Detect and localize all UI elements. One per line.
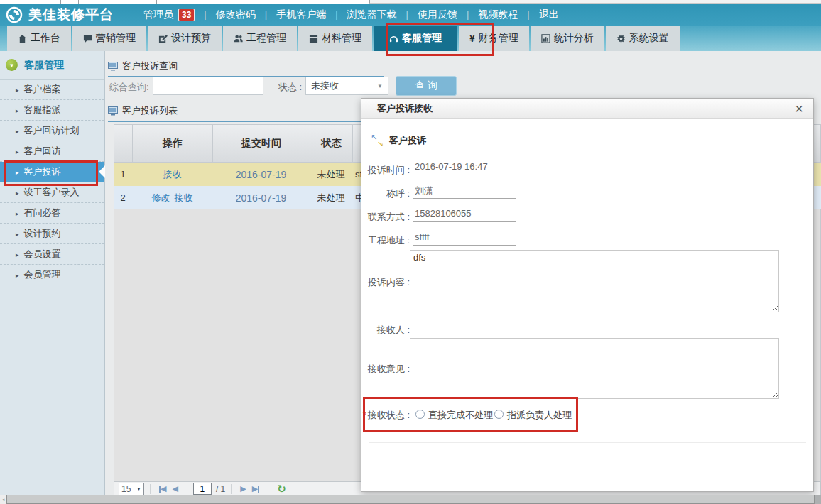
receive-link[interactable]: 接收: [163, 168, 182, 181]
scroll-left-icon[interactable]: ◂: [0, 495, 6, 504]
sidebar-item-label: 设计预约: [24, 228, 61, 239]
customer-name-value: 刘潇: [413, 185, 516, 199]
sidebar-item-label: 客户回访计划: [24, 125, 80, 136]
sidebar-item-label: 客户投诉: [24, 166, 61, 177]
customer-name-label: 称呼 :: [364, 187, 410, 200]
submit-time-cell: 2016-07-19: [212, 163, 310, 186]
tab-label: 设计预算: [171, 32, 211, 45]
receive-opinion-textarea[interactable]: [410, 338, 779, 399]
bullet-icon: ▸: [16, 169, 19, 176]
page-size-value: 15: [121, 484, 131, 494]
page-number-input[interactable]: [193, 483, 212, 495]
divider: [150, 484, 151, 494]
radio-complete-no-handle[interactable]: [415, 410, 425, 419]
status-select[interactable]: 未接收 ▼: [305, 77, 388, 95]
user-name[interactable]: 管理员: [143, 9, 173, 21]
next-page-button[interactable]: ▶: [240, 484, 246, 493]
divider: |: [527, 9, 529, 20]
column-header-actions: 操作: [133, 125, 213, 162]
status-label: 状态 :: [278, 81, 302, 94]
column-header-submit-time: 提交时间: [213, 125, 310, 162]
bullet-icon: ▸: [16, 210, 19, 217]
contact-label: 联系方式 :: [364, 211, 410, 224]
sidebar-item-member-settings[interactable]: ▸会员设置: [0, 244, 104, 265]
radio-label-complete[interactable]: 直接完成不处理: [428, 409, 493, 422]
tab-design-budget[interactable]: 设计预算: [148, 26, 222, 51]
grid-icon: [309, 34, 318, 43]
dialog-title: 客户投诉接收: [377, 102, 433, 115]
topbar-link-feedback[interactable]: 使用反馈: [418, 9, 457, 21]
search-label: 综合查询:: [109, 81, 149, 94]
tab-label: 系统设置: [629, 32, 669, 45]
dialog-header[interactable]: 客户投诉接收 ×: [361, 99, 813, 119]
notification-badge[interactable]: 33: [178, 9, 195, 21]
sidebar-item-qa[interactable]: ▸有问必答: [0, 203, 104, 224]
query-button[interactable]: 查 询: [396, 76, 457, 96]
tab-marketing[interactable]: 营销管理: [72, 26, 146, 51]
sidebar-item-service-assign[interactable]: ▸客服指派: [0, 100, 104, 121]
prev-icon: ◀: [172, 484, 178, 493]
divider: |: [265, 9, 267, 20]
complaint-time-label: 投诉时间 :: [364, 164, 410, 177]
tab-label: 统计分析: [554, 32, 594, 45]
divider: |: [467, 9, 469, 20]
bar-icon: [258, 486, 259, 493]
edit-icon: [158, 34, 168, 43]
query-panel-header: 客户投诉查询: [108, 60, 384, 77]
sidebar-item-design-appointment[interactable]: ▸设计预约: [0, 224, 104, 244]
sidebar-item-member-management[interactable]: ▸会员管理: [0, 265, 104, 285]
collapse-arrows-icon: ↖ ↘: [371, 135, 383, 146]
horizontal-scrollbar[interactable]: ◂: [0, 495, 821, 504]
tab-label: 材料管理: [322, 32, 361, 45]
sidebar-item-label: 客服指派: [24, 104, 61, 115]
topbar-link-logout[interactable]: 退出: [539, 9, 559, 21]
scrollbar-thumb[interactable]: [6, 495, 815, 504]
first-page-button[interactable]: ◀: [159, 484, 166, 493]
search-input[interactable]: [153, 77, 263, 95]
radio-label-assign[interactable]: 指派负责人处理: [507, 409, 572, 422]
sidebar-header[interactable]: ▾ 客服管理: [0, 51, 104, 80]
collapse-circle-icon[interactable]: ▾: [6, 59, 18, 71]
receive-status-label: *接收状态 :: [361, 409, 410, 422]
edit-link[interactable]: 修改: [152, 192, 170, 204]
tab-statistics[interactable]: 统计分析: [531, 26, 604, 51]
last-page-button[interactable]: ▶: [252, 484, 259, 493]
bullet-icon: ▸: [16, 190, 19, 197]
sidebar-item-customer-files[interactable]: ▸客户档案: [0, 80, 104, 100]
divider: [268, 484, 268, 494]
tab-label: 工作台: [31, 32, 60, 45]
bullet-icon: ▸: [16, 87, 19, 94]
sidebar-item-visit-plan[interactable]: ▸客户回访计划: [0, 121, 104, 141]
radio-assign-handler[interactable]: [494, 410, 504, 419]
prev-page-button[interactable]: ◀: [172, 484, 178, 493]
tab-finance[interactable]: ¥ 财务管理: [459, 26, 529, 51]
sidebar-item-completed-entry[interactable]: ▸竣工客户录入: [0, 182, 104, 203]
tab-label: 客服管理: [402, 32, 442, 45]
page-size-select[interactable]: 15 ▼: [119, 483, 144, 495]
receive-link[interactable]: 接收: [175, 192, 193, 204]
tab-engineering[interactable]: 工程管理: [223, 26, 297, 51]
close-icon[interactable]: ×: [795, 102, 803, 116]
topbar-link-browser-download[interactable]: 浏览器下载: [347, 9, 397, 21]
topbar-link-video-tutorial[interactable]: 视频教程: [478, 9, 518, 21]
receiver-input[interactable]: [413, 320, 516, 334]
tab-system-settings[interactable]: 系统设置: [606, 26, 680, 51]
bullet-icon: ▸: [16, 272, 19, 279]
complaint-content-textarea[interactable]: dfs: [410, 250, 779, 312]
sidebar-item-label: 会员设置: [24, 248, 61, 259]
topbar-link-mobile-client[interactable]: 手机客户端: [276, 9, 326, 21]
sidebar: ▾ 客服管理 ▸客户档案 ▸客服指派 ▸客户回访计划 ▸客户回访 ▸客户投诉 ▸…: [0, 51, 105, 504]
divider: |: [335, 9, 337, 20]
list-panel-header: 客户投诉列表: [108, 104, 384, 122]
caret-down-icon: ▾: [10, 62, 13, 69]
divider: |: [204, 9, 206, 20]
sidebar-item-customer-visit[interactable]: ▸客户回访: [0, 141, 104, 162]
tab-customer-service[interactable]: 客服管理: [374, 26, 457, 51]
tab-materials[interactable]: 材料管理: [298, 26, 372, 51]
section-title: 客户投诉: [389, 134, 426, 147]
refresh-icon[interactable]: ↻: [277, 483, 286, 495]
tab-workbench[interactable]: 工作台: [7, 26, 71, 51]
prev-icon: ◀: [161, 484, 166, 493]
sidebar-item-customer-complaint[interactable]: ▸客户投诉: [0, 162, 104, 182]
topbar-link-change-password[interactable]: 修改密码: [216, 9, 256, 21]
